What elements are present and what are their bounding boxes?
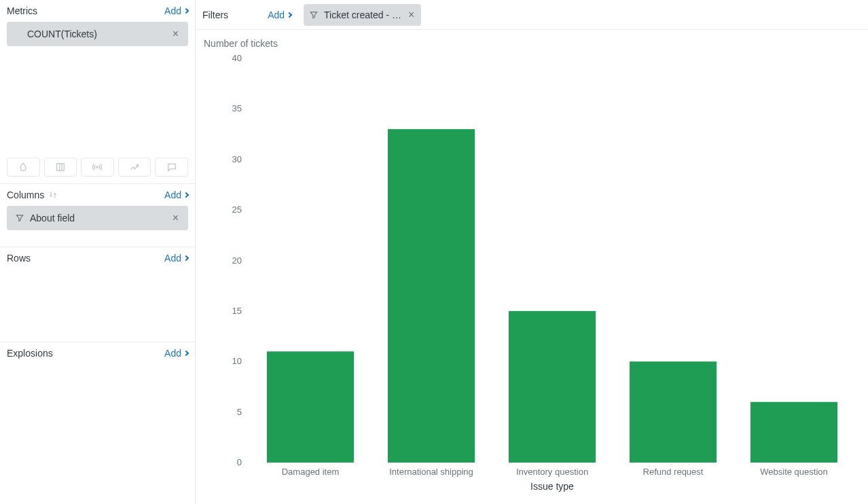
svg-text:30: 30: [232, 154, 242, 164]
bar[interactable]: [388, 129, 475, 463]
metrics-panel: Metrics Add COUNT(Tickets) ×: [0, 0, 195, 184]
x-tick-label: International shipping: [389, 467, 473, 477]
svg-text:10: 10: [232, 356, 242, 366]
svg-text:0: 0: [237, 457, 242, 467]
sidebar: Metrics Add COUNT(Tickets) ×: [0, 0, 196, 504]
explosions-panel: Explosions Add: [0, 342, 195, 410]
tab-chat-icon[interactable]: [155, 158, 188, 177]
filter-icon: [15, 213, 24, 223]
chart-y-title: Number of tickets: [204, 38, 861, 49]
bar[interactable]: [630, 361, 717, 463]
explosions-title: Explosions: [7, 348, 53, 359]
chevron-right-icon: [183, 350, 189, 356]
columns-panel: Columns Add About field ×: [0, 184, 195, 247]
chart-area: Number of tickets 0510152025303540Damage…: [196, 30, 868, 504]
x-tick-label: Damaged item: [282, 467, 340, 477]
metrics-title: Metrics: [7, 5, 37, 16]
metric-tab-shortcuts: [0, 158, 195, 183]
tab-drop-icon[interactable]: [7, 158, 40, 177]
filter-chip[interactable]: Ticket created - … ×: [304, 4, 421, 26]
tab-trend-icon[interactable]: [118, 158, 151, 177]
svg-text:25: 25: [232, 204, 242, 215]
svg-text:40: 40: [232, 53, 242, 63]
tab-signal-icon[interactable]: [81, 158, 114, 177]
explosions-add-button[interactable]: Add: [164, 348, 188, 359]
chevron-right-icon: [183, 192, 189, 198]
rows-panel: Rows Add: [0, 247, 195, 342]
filters-bar: Filters Add Ticket created - … ×: [196, 0, 868, 30]
chevron-right-icon: [183, 255, 189, 261]
metric-chip[interactable]: COUNT(Tickets) ×: [7, 22, 188, 46]
bar-chart: 0510152025303540Damaged itemInternationa…: [202, 52, 861, 500]
main-area: Filters Add Ticket created - … × Number …: [196, 0, 868, 504]
bar[interactable]: [509, 311, 596, 463]
x-tick-label: Inventory question: [516, 467, 588, 477]
filters-title: Filters: [202, 10, 255, 20]
rows-title: Rows: [7, 253, 31, 264]
rows-add-button[interactable]: Add: [164, 253, 188, 264]
svg-text:20: 20: [232, 255, 242, 266]
x-tick-label: Website question: [760, 467, 828, 477]
filter-icon: [309, 10, 319, 20]
bar[interactable]: [267, 351, 354, 463]
metrics-add-button[interactable]: Add: [164, 5, 188, 16]
swap-icon[interactable]: [48, 190, 58, 200]
columns-title: Columns: [7, 190, 44, 200]
chevron-right-icon: [287, 12, 292, 17]
svg-point-3: [96, 166, 98, 168]
svg-text:5: 5: [237, 407, 242, 417]
svg-rect-0: [57, 164, 65, 171]
filters-add-button[interactable]: Add: [268, 10, 291, 20]
bar[interactable]: [751, 402, 837, 463]
column-chip-label: About field: [30, 213, 75, 223]
svg-text:35: 35: [232, 103, 242, 113]
x-tick-label: Refund request: [643, 467, 704, 477]
chevron-right-icon: [183, 8, 189, 14]
chart-x-title: Issue type: [530, 481, 574, 492]
metric-chip-label: COUNT(Tickets): [27, 29, 97, 39]
filter-chip-remove[interactable]: ×: [407, 9, 416, 21]
columns-add-button[interactable]: Add: [164, 190, 188, 200]
tab-columns-icon[interactable]: [44, 158, 77, 177]
column-chip-remove[interactable]: ×: [170, 211, 181, 225]
svg-text:15: 15: [232, 306, 242, 316]
metric-chip-remove[interactable]: ×: [170, 27, 181, 41]
filter-chip-label: Ticket created - …: [324, 10, 401, 20]
column-chip[interactable]: About field ×: [7, 206, 188, 230]
